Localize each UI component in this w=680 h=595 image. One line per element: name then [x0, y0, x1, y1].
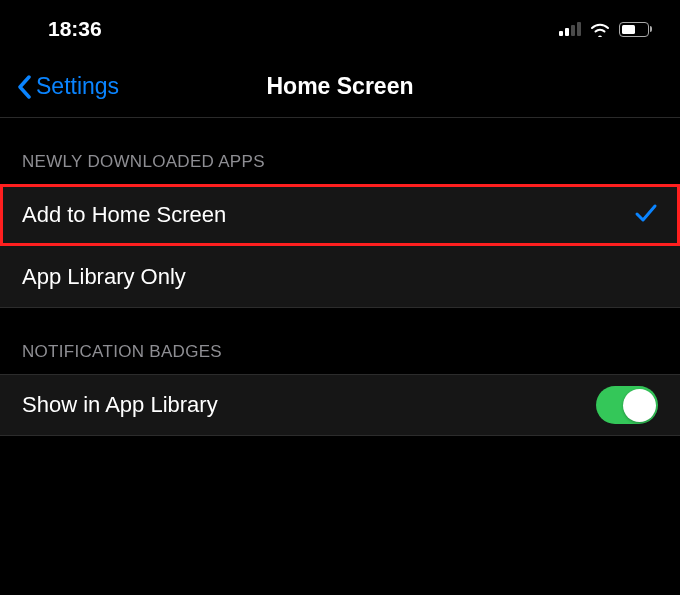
- navigation-bar: Settings Home Screen: [0, 56, 680, 118]
- row-label: Add to Home Screen: [22, 202, 226, 228]
- checkmark-icon: [634, 202, 658, 228]
- option-show-in-app-library[interactable]: Show in App Library: [0, 374, 680, 436]
- status-bar: 18:36: [0, 0, 680, 56]
- cellular-icon: [559, 22, 581, 36]
- back-label: Settings: [36, 73, 119, 100]
- section-header-new-apps: Newly Downloaded Apps: [0, 118, 680, 184]
- content: Newly Downloaded Apps Add to Home Screen…: [0, 118, 680, 436]
- page-title: Home Screen: [266, 73, 413, 100]
- option-add-to-home-screen[interactable]: Add to Home Screen: [0, 184, 680, 246]
- status-icons: [559, 21, 652, 37]
- back-button[interactable]: Settings: [16, 73, 119, 100]
- toggle-show-in-app-library[interactable]: [596, 386, 658, 424]
- row-label: App Library Only: [22, 264, 186, 290]
- list-group-badges: Show in App Library: [0, 374, 680, 436]
- list-group-new-apps: Add to Home Screen App Library Only: [0, 184, 680, 308]
- row-label: Show in App Library: [22, 392, 218, 418]
- chevron-left-icon: [16, 75, 32, 99]
- section-header-notification-badges: Notification Badges: [0, 308, 680, 374]
- status-time: 18:36: [48, 17, 102, 41]
- wifi-icon: [589, 21, 611, 37]
- battery-icon: [619, 22, 652, 37]
- toggle-knob: [623, 389, 656, 422]
- option-app-library-only[interactable]: App Library Only: [0, 246, 680, 308]
